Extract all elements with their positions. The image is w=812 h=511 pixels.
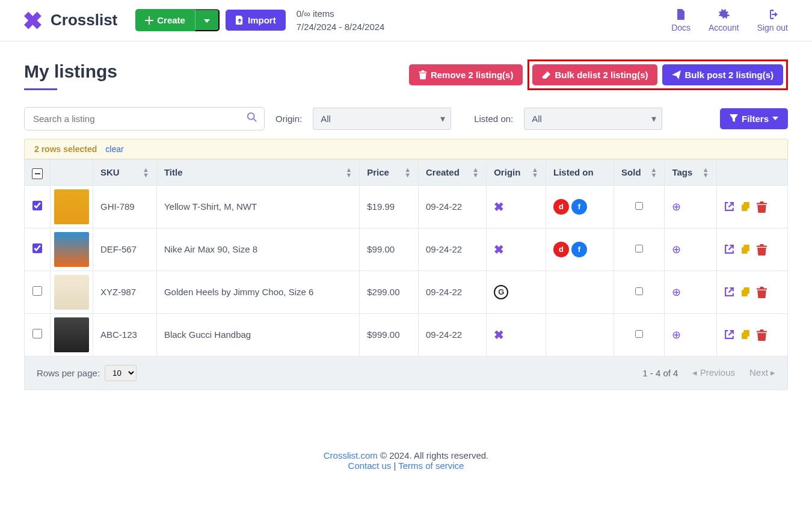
open-icon[interactable] (724, 287, 734, 297)
items-info: 0/∞ items 7/24/2024 - 8/24/2024 (297, 7, 385, 34)
search-box (24, 107, 265, 130)
add-tag-icon[interactable]: ⊕ (672, 243, 681, 256)
prev-button[interactable]: ◂ Previous (692, 367, 735, 378)
indeterminate-checkbox-icon (32, 168, 43, 179)
cell-title: Golden Heels by Jimmy Choo, Size 6 (156, 271, 359, 313)
depop-chip-icon: d (553, 199, 569, 215)
duplicate-icon[interactable] (740, 329, 751, 340)
bulk-delist-button[interactable]: Bulk delist 2 listing(s) (532, 64, 657, 85)
sold-checkbox[interactable] (635, 245, 643, 252)
open-icon[interactable] (724, 201, 734, 212)
col-sku[interactable]: SKU▲▼ (93, 159, 157, 185)
cell-price: $19.99 (360, 185, 419, 228)
clear-selection[interactable]: clear (105, 144, 123, 154)
cell-listed-on: df (546, 228, 614, 271)
trash-icon (419, 70, 427, 79)
sort-icon: ▲▼ (143, 167, 149, 178)
import-button[interactable]: Import (226, 10, 286, 31)
create-button-label: Create (157, 15, 185, 25)
cell-sku: ABC-123 (93, 313, 157, 356)
origin-select[interactable]: All (313, 108, 451, 130)
logo[interactable]: Crosslist (24, 10, 117, 31)
sort-icon: ▲▼ (532, 167, 538, 178)
rows-per-page-select[interactable]: 10 (105, 365, 137, 381)
search-icon[interactable] (247, 112, 257, 125)
cell-listed-on (546, 271, 614, 313)
col-origin[interactable]: Origin▲▼ (487, 159, 546, 185)
col-sold[interactable]: Sold▲▼ (614, 159, 665, 185)
delete-icon[interactable] (757, 329, 767, 340)
cell-listed-on: df (546, 185, 614, 228)
account-link[interactable]: Account (709, 8, 739, 32)
import-button-label: Import (248, 15, 276, 25)
listed-on-label: Listed on: (474, 114, 513, 124)
duplicate-icon[interactable] (740, 287, 751, 297)
create-button[interactable]: Create (135, 9, 195, 31)
svg-rect-8 (743, 330, 749, 337)
footer-contact-link[interactable]: Contact us (348, 461, 392, 471)
create-dropdown-button[interactable] (195, 9, 220, 31)
sold-checkbox[interactable] (635, 202, 643, 210)
col-checkbox[interactable] (25, 159, 51, 185)
listed-on-select[interactable]: All (524, 108, 662, 130)
filters-button[interactable]: Filters (720, 108, 788, 129)
sold-checkbox[interactable] (635, 287, 643, 295)
row-checkbox[interactable] (32, 329, 42, 338)
listing-thumbnail[interactable] (54, 275, 89, 310)
delete-icon[interactable] (757, 201, 767, 212)
origin-label: Origin: (275, 114, 302, 124)
sold-checkbox[interactable] (635, 330, 643, 338)
highlighted-actions: Bulk delist 2 listing(s) Bulk post 2 lis… (527, 60, 788, 90)
docs-link-label: Docs (671, 23, 691, 32)
delete-icon[interactable] (757, 244, 767, 254)
rows-per-page-label: Rows per page: (37, 368, 100, 378)
row-checkbox[interactable] (32, 286, 42, 296)
docs-link[interactable]: Docs (671, 8, 691, 32)
duplicate-icon[interactable] (740, 201, 751, 212)
cell-created: 09-24-22 (419, 185, 487, 228)
origin-crosslist-icon: ✖ (494, 200, 504, 213)
import-icon (235, 16, 244, 25)
listing-thumbnail[interactable] (54, 189, 89, 224)
filter-row: Origin: All ▾ Listed on: All ▾ Filters (24, 107, 788, 130)
search-input[interactable] (24, 107, 265, 130)
duplicate-icon[interactable] (740, 244, 751, 254)
footer-terms-link[interactable]: Terms of service (398, 461, 464, 471)
cell-tags: ⊕ (665, 313, 716, 356)
next-button[interactable]: Next ▸ (749, 367, 775, 378)
row-checkbox[interactable] (32, 243, 42, 253)
sort-icon: ▲▼ (345, 167, 352, 178)
col-title[interactable]: Title▲▼ (156, 159, 359, 185)
page-title: My listings (24, 61, 117, 88)
col-created[interactable]: Created▲▼ (419, 159, 487, 185)
table-row: XYZ-987Golden Heels by Jimmy Choo, Size … (25, 271, 788, 313)
account-link-label: Account (709, 23, 739, 32)
col-tags[interactable]: Tags▲▼ (665, 159, 716, 185)
col-price[interactable]: Price▲▼ (360, 159, 419, 185)
selection-count: 2 rows selected (34, 144, 97, 154)
open-icon[interactable] (724, 244, 734, 254)
footer-site-link[interactable]: Crosslist.com (324, 450, 378, 461)
cell-origin: ✖ (487, 313, 546, 356)
col-image (51, 159, 93, 185)
add-tag-icon[interactable]: ⊕ (672, 201, 681, 213)
delete-icon[interactable] (757, 287, 767, 297)
remove-button[interactable]: Remove 2 listing(s) (409, 64, 523, 85)
bulk-post-button[interactable]: Bulk post 2 listing(s) (662, 64, 783, 85)
caret-down-icon (204, 19, 210, 23)
listing-thumbnail[interactable] (54, 232, 89, 267)
cell-actions (716, 185, 787, 228)
cell-sku: GHI-789 (93, 185, 157, 228)
row-checkbox[interactable] (32, 201, 42, 210)
add-tag-icon[interactable]: ⊕ (672, 329, 681, 341)
origin-select-wrap: All ▾ (313, 108, 451, 130)
open-icon[interactable] (724, 329, 734, 340)
listing-thumbnail[interactable] (54, 317, 89, 352)
create-button-group: Create (135, 9, 220, 31)
origin-crosslist-icon: ✖ (494, 243, 504, 256)
table-row: DEF-567Nike Air Max 90, Size 8$99.0009-2… (25, 228, 788, 271)
cell-actions (716, 313, 787, 356)
depop-chip-icon: d (553, 242, 569, 257)
add-tag-icon[interactable]: ⊕ (672, 286, 681, 298)
sign-out-link[interactable]: Sign out (757, 8, 788, 32)
